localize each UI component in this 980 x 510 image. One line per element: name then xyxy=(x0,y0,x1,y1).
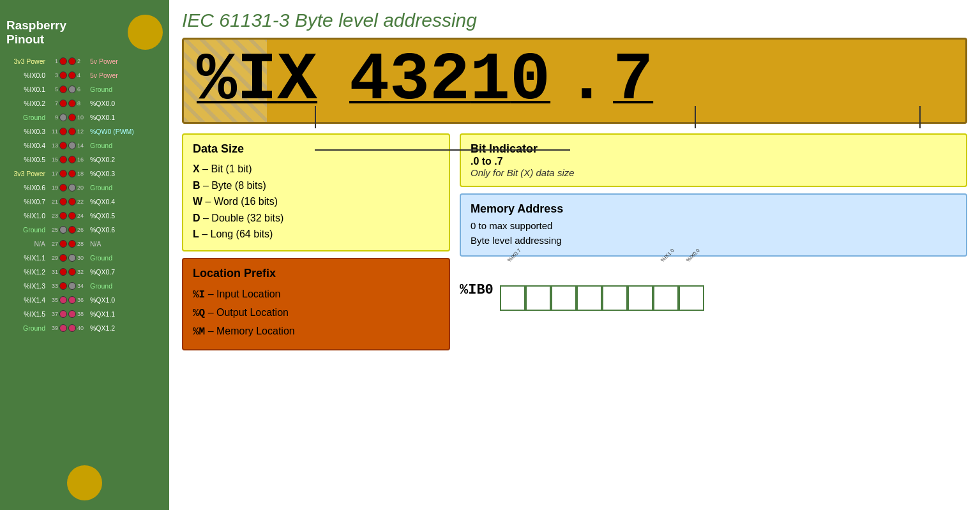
pin-row: Ground 25 26 %QX0.6 xyxy=(3,223,166,237)
pin-num-right: 4 xyxy=(76,72,87,79)
right-content: IEC 61131-3 Byte level addressing % I X … xyxy=(169,0,980,510)
dot-left xyxy=(59,324,67,332)
addr-i: I xyxy=(237,43,277,119)
dot-left xyxy=(59,100,67,107)
pin-dots xyxy=(59,296,76,304)
pin-label-left: %IX1.2 xyxy=(3,268,48,276)
dot-left xyxy=(59,142,67,149)
pin-dots xyxy=(59,254,76,262)
pin-num-left: 35 xyxy=(48,297,59,303)
pin-row: %IX1.1 29 30 Ground xyxy=(3,251,166,265)
pin-dots xyxy=(59,198,76,206)
dot-right xyxy=(68,296,76,304)
memory-address-box: Memory Address 0 to max supported Byte l… xyxy=(460,193,967,257)
addr-4: 4 xyxy=(349,43,389,119)
pin-label-right: Ground xyxy=(87,142,112,149)
pin-label-left: Ground xyxy=(3,324,48,332)
pin-label-left: %IX0.0 xyxy=(3,71,48,79)
pin-num-left: 39 xyxy=(48,325,59,331)
pin-label-left: %IX0.1 xyxy=(3,86,48,93)
byte-diagram-label: %IB0 xyxy=(460,282,494,298)
pin-label-right: Ground xyxy=(87,282,112,290)
memory-address-line2: Byte level addressing xyxy=(471,234,956,248)
bottom-section: Data Size X – Bit (1 bit) B – Byte (8 bi… xyxy=(182,133,967,500)
pin-num-right: 20 xyxy=(76,184,87,191)
pin-num-left: 17 xyxy=(48,170,59,177)
pin-label-left: %IX1.0 xyxy=(3,212,48,220)
dot-right xyxy=(68,226,76,234)
pin-label-right: Ground xyxy=(87,184,112,191)
pin-row: Ground 39 40 %QX1.2 xyxy=(3,321,166,335)
pin-dots xyxy=(59,142,76,149)
pin-num-right: 40 xyxy=(76,325,87,331)
pin-row: %IX0.6 19 20 Ground xyxy=(3,181,166,195)
pin-dots xyxy=(59,128,76,135)
pin-num-left: 33 xyxy=(48,283,59,289)
header-title: Raspberry xyxy=(6,19,128,33)
dot-right xyxy=(68,282,76,290)
bit-indicator-range: .0 to .7 xyxy=(471,156,956,167)
pin-num-left: 21 xyxy=(48,199,59,205)
dot-left xyxy=(59,282,67,290)
pin-label-left: Ground xyxy=(3,114,48,121)
location-prefix-q: %Q – Output Location xyxy=(193,304,439,322)
pin-dots xyxy=(59,57,76,65)
left-panel: Raspberry Pinout 3v3 Power 1 2 5v Power … xyxy=(0,0,169,510)
location-prefix-i: %I – Input Location xyxy=(193,285,439,304)
dot-right xyxy=(68,71,76,79)
address-display: % I X 4 3 2 1 0 . 7 xyxy=(182,38,967,124)
pin-dots xyxy=(59,212,76,220)
pin-num-left: 23 xyxy=(48,213,59,219)
byte-cell-7 xyxy=(500,285,525,311)
pin-row: %IX1.0 23 24 %QX0.5 xyxy=(3,209,166,223)
pin-num-right: 32 xyxy=(76,269,87,275)
addr-percent: % xyxy=(197,43,237,119)
pin-label-right: N/A xyxy=(87,240,102,248)
pin-dots xyxy=(59,71,76,79)
pin-row: %IX1.3 33 34 Ground xyxy=(3,279,166,293)
pin-num-left: 37 xyxy=(48,311,59,317)
pin-label-right: Ground xyxy=(87,86,112,93)
pin-label-right: %QX0.0 xyxy=(87,100,115,107)
dot-left xyxy=(59,86,67,93)
pin-num-left: 3 xyxy=(48,72,59,79)
pin-num-right: 36 xyxy=(76,297,87,303)
pin-label-left: %IX0.3 xyxy=(3,128,48,135)
addr-dot: . xyxy=(566,43,607,119)
pin-num-left: 7 xyxy=(48,100,59,107)
pin-row: %IX0.0 3 4 5v Power xyxy=(3,68,166,82)
dot-left xyxy=(59,71,67,79)
data-size-w: W – Word (16 bits) xyxy=(193,193,439,210)
byte-cell-3 xyxy=(602,285,628,311)
dot-right xyxy=(68,128,76,135)
byte-cell-1 xyxy=(653,285,679,311)
bit-labels-row: %IX0.7 %IX1.0 %IX0.0 xyxy=(500,255,704,261)
dot-right xyxy=(68,310,76,318)
pin-dots xyxy=(59,240,76,248)
pin-num-left: 1 xyxy=(48,58,59,64)
pin-num-right: 34 xyxy=(76,283,87,289)
bit-indicator-box: Bit Indicator .0 to .7 Only for Bit (X) … xyxy=(460,133,967,187)
pin-num-right: 12 xyxy=(76,128,87,135)
pin-label-right: 5v Power xyxy=(87,57,118,65)
byte-cells xyxy=(500,285,704,311)
pin-dots xyxy=(59,226,76,234)
pin-row: 3v3 Power 17 18 %QX0.3 xyxy=(3,167,166,181)
left-boxes: Data Size X – Bit (1 bit) B – Byte (8 bi… xyxy=(182,133,450,500)
pin-label-right: %QX0.2 xyxy=(87,156,115,163)
pin-num-right: 22 xyxy=(76,199,87,205)
dot-left xyxy=(59,296,67,304)
page-title: IEC 61131-3 Byte level addressing xyxy=(182,10,967,31)
pin-label-left: %IX0.5 xyxy=(3,156,48,163)
pin-dots xyxy=(59,282,76,290)
pin-dots xyxy=(59,310,76,318)
byte-cell-0 xyxy=(679,285,704,311)
pin-list: 3v3 Power 1 2 5v Power %IX0.0 3 4 5v Pow… xyxy=(0,53,169,462)
pin-row: %IX0.3 11 12 %QW0 (PWM) xyxy=(3,124,166,139)
dot-right xyxy=(68,86,76,93)
pin-label-right: %QW0 (PWM) xyxy=(87,128,134,135)
pin-row: %IX0.4 13 14 Ground xyxy=(3,139,166,153)
pin-label-right: %QX0.3 xyxy=(87,170,115,177)
pin-num-left: 31 xyxy=(48,269,59,275)
pin-num-right: 26 xyxy=(76,227,87,233)
